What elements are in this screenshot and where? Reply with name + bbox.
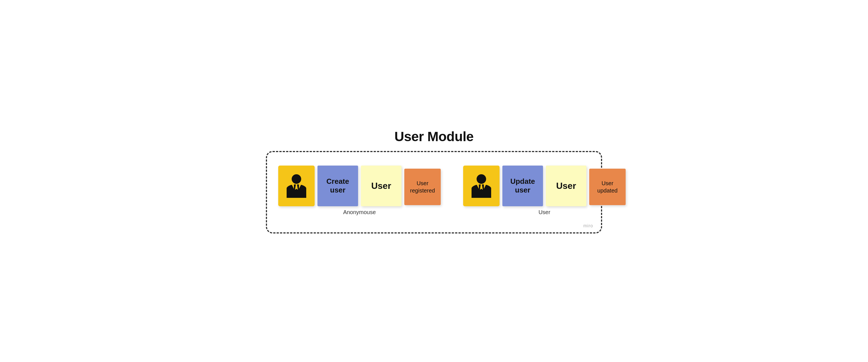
actor-anonymous-icon <box>285 174 308 198</box>
create-user-label: Create user <box>320 177 355 194</box>
flow-cards-create: Create user User User registered <box>278 166 441 206</box>
group-create-label: Anonymouse <box>278 209 441 216</box>
user-entity-label-1: User <box>371 180 391 191</box>
user-entity-label-2: User <box>556 180 576 191</box>
update-user-note: Update user <box>502 166 543 206</box>
flow-cards-update: Update user User User updated <box>463 166 626 206</box>
create-user-note: Create user <box>317 166 358 206</box>
page-title: User Module <box>395 129 474 144</box>
user-entity-note-2: User <box>546 166 586 206</box>
user-registered-note: User registered <box>404 169 441 205</box>
collar-left <box>292 184 294 189</box>
collar-right-2 <box>484 184 486 189</box>
actor-user <box>463 166 500 206</box>
user-updated-note: User updated <box>589 169 626 205</box>
actor-head <box>292 174 301 184</box>
miro-watermark: miro <box>583 223 593 228</box>
flow-group-create: Create user User User registered Anonymo… <box>278 166 441 216</box>
user-entity-note-1: User <box>361 166 402 206</box>
update-user-label: Update user <box>505 177 540 194</box>
actor-user-body <box>471 184 491 198</box>
user-registered-label: User registered <box>407 179 438 194</box>
dashed-container: Create user User User registered Anonymo… <box>266 151 602 233</box>
group-update-label: User <box>463 209 626 216</box>
actor-user-head <box>476 174 486 184</box>
page-wrapper: User Module Cre <box>266 129 602 233</box>
actor-anonymous <box>278 166 315 206</box>
actor-body <box>287 184 306 198</box>
collar-left-2 <box>476 184 479 189</box>
actor-tie-2 <box>480 184 483 190</box>
actor-user-icon <box>470 174 493 198</box>
collar-right <box>299 184 301 189</box>
user-updated-label: User updated <box>592 179 623 194</box>
flow-group-update: Update user User User updated User <box>463 166 626 216</box>
actor-tie <box>295 184 298 190</box>
